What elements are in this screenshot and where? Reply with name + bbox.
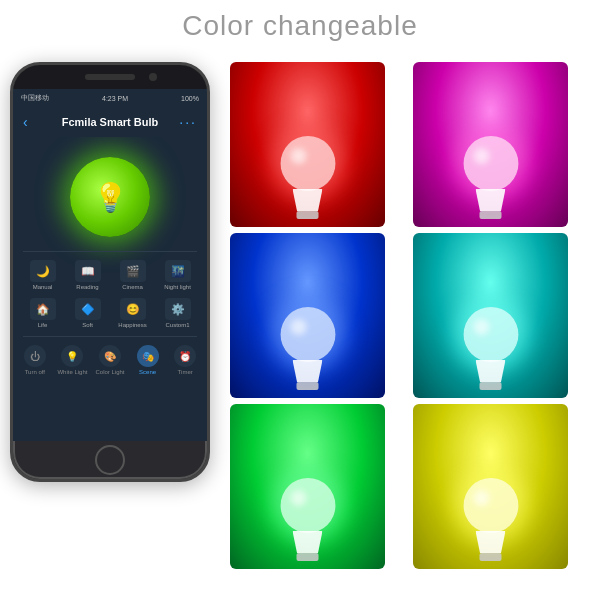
home-button[interactable] <box>95 445 125 475</box>
tab-colorlight[interactable]: 🎨 Color Light <box>92 345 128 375</box>
status-carrier: 中国移动 <box>21 93 49 103</box>
blue-bulb-base <box>293 360 323 382</box>
reading-label: Reading <box>76 284 98 290</box>
nightlight-label: Night light <box>164 284 191 290</box>
red-bulb-shape <box>280 136 335 219</box>
tab-turnoff[interactable]: ⏻ Turn off <box>17 345 53 375</box>
scene-nightlight[interactable]: 🌃 Night light <box>156 260 199 290</box>
red-bulb-screw <box>297 211 319 219</box>
phone-camera <box>149 73 157 81</box>
timer-label: Timer <box>178 369 193 375</box>
happiness-icon: 😊 <box>120 298 146 320</box>
blue-bulb-shape <box>280 307 335 390</box>
red-bulb-base <box>293 189 323 211</box>
bulb-yellow <box>413 404 568 569</box>
green-bulb-shape <box>280 478 335 561</box>
green-bulb-globe <box>280 478 335 533</box>
yellow-bulb-shape <box>463 478 518 561</box>
cinema-label: Cinema <box>122 284 143 290</box>
green-bulb-base <box>293 531 323 553</box>
back-icon[interactable]: ‹ <box>23 114 28 130</box>
cyan-bulb-globe <box>463 307 518 362</box>
scene-grid-row2: 🏠 Life 🔷 Soft 😊 Happiness ⚙️ Custom1 <box>13 294 207 332</box>
scene-manual[interactable]: 🌙 Manual <box>21 260 64 290</box>
turnoff-icon: ⏻ <box>24 345 46 367</box>
colorlight-label: Color Light <box>95 369 124 375</box>
scene-tab-icon: 🎭 <box>137 345 159 367</box>
bulb-blue <box>230 233 385 398</box>
bulb-cyan <box>413 233 568 398</box>
cinema-icon: 🎬 <box>120 260 146 282</box>
tab-whitelight[interactable]: 💡 White Light <box>55 345 91 375</box>
bulb-red <box>230 62 385 227</box>
phone-mockup: 中国移动 4:23 PM 100% ‹ Fcmila Smart Bulb ··… <box>10 62 210 482</box>
scene-happiness[interactable]: 😊 Happiness <box>111 298 154 328</box>
app-header: ‹ Fcmila Smart Bulb ··· <box>13 107 207 137</box>
phone-top-bar <box>13 65 207 89</box>
phone-speaker <box>85 74 135 80</box>
yellow-bulb-base <box>476 531 506 553</box>
yellow-bulb-screw <box>480 553 502 561</box>
cyan-bulb-screw <box>480 382 502 390</box>
scene-tab-label: Scene <box>139 369 156 375</box>
tab-scene[interactable]: 🎭 Scene <box>130 345 166 375</box>
tab-timer[interactable]: ⏰ Timer <box>167 345 203 375</box>
custom-icon: ⚙️ <box>165 298 191 320</box>
divider-1 <box>23 251 198 252</box>
soft-icon: 🔷 <box>75 298 101 320</box>
app-title: Fcmila Smart Bulb <box>62 116 159 128</box>
pink-bulb-base <box>476 189 506 211</box>
bulb-green <box>230 404 385 569</box>
scene-life[interactable]: 🏠 Life <box>21 298 64 328</box>
life-label: Life <box>38 322 48 328</box>
content-area: 中国移动 4:23 PM 100% ‹ Fcmila Smart Bulb ··… <box>0 42 600 579</box>
phone-screen: 💡 🌙 Manual 📖 Reading 🎬 Cinema <box>13 137 207 441</box>
pink-bulb-screw <box>480 211 502 219</box>
bulb-icon: 💡 <box>93 181 128 214</box>
scene-reading[interactable]: 📖 Reading <box>66 260 109 290</box>
blue-bulb-screw <box>297 382 319 390</box>
red-bulb-globe <box>280 136 335 191</box>
scene-grid-row1: 🌙 Manual 📖 Reading 🎬 Cinema 🌃 Night ligh… <box>13 256 207 294</box>
cyan-bulb-shape <box>463 307 518 390</box>
manual-label: Manual <box>33 284 53 290</box>
pink-bulb-shape <box>463 136 518 219</box>
cyan-bulb-base <box>476 360 506 382</box>
whitelight-icon: 💡 <box>61 345 83 367</box>
happiness-label: Happiness <box>118 322 146 328</box>
page-title: Color changeable <box>0 0 600 42</box>
divider-2 <box>23 336 198 337</box>
scene-soft[interactable]: 🔷 Soft <box>66 298 109 328</box>
whitelight-label: White Light <box>57 369 87 375</box>
green-bulb-screw <box>297 553 319 561</box>
bulb-pink <box>413 62 568 227</box>
more-icon[interactable]: ··· <box>179 114 197 130</box>
page: Color changeable 中国移动 4:23 PM 100% ‹ Fcm… <box>0 0 600 600</box>
timer-icon: ⏰ <box>174 345 196 367</box>
colorlight-icon: 🎨 <box>99 345 121 367</box>
blue-bulb-globe <box>280 307 335 362</box>
custom-label: Custom1 <box>165 322 189 328</box>
status-battery: 100% <box>181 95 199 102</box>
pink-bulb-globe <box>463 136 518 191</box>
reading-icon: 📖 <box>75 260 101 282</box>
bulb-power-circle[interactable]: 💡 <box>70 157 150 237</box>
phone-status-bar: 中国移动 4:23 PM 100% <box>13 89 207 107</box>
scene-cinema[interactable]: 🎬 Cinema <box>111 260 154 290</box>
soft-label: Soft <box>82 322 93 328</box>
nightlight-icon: 🌃 <box>165 260 191 282</box>
turnoff-label: Turn off <box>25 369 45 375</box>
bottom-tabs: ⏻ Turn off 💡 White Light 🎨 Color Light 🎭… <box>13 341 207 377</box>
bulb-color-grid <box>230 62 590 569</box>
status-time: 4:23 PM <box>102 95 128 102</box>
life-icon: 🏠 <box>30 298 56 320</box>
scene-custom[interactable]: ⚙️ Custom1 <box>156 298 199 328</box>
manual-icon: 🌙 <box>30 260 56 282</box>
yellow-bulb-globe <box>463 478 518 533</box>
